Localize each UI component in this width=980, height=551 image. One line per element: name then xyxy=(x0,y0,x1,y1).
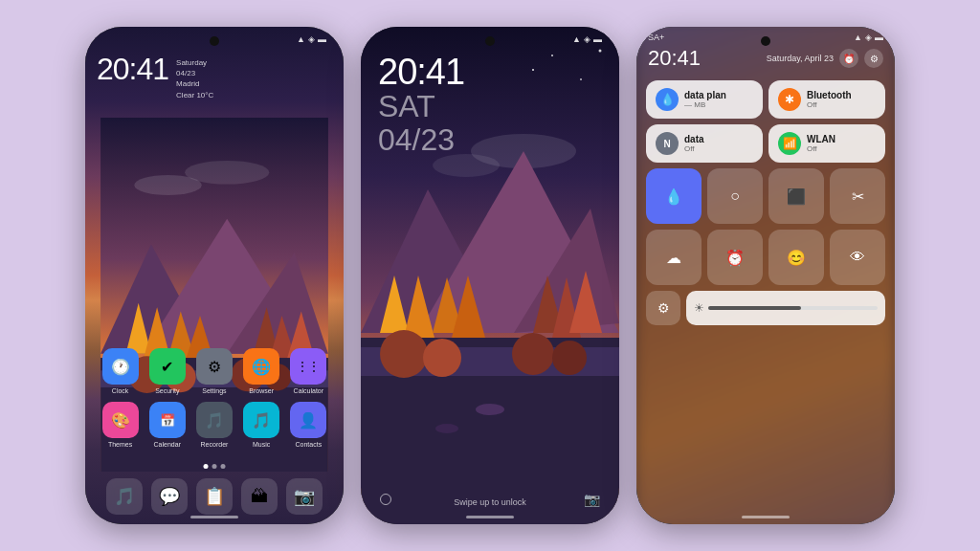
cc-btn-data-active[interactable]: 💧 xyxy=(646,168,702,224)
data-label: data xyxy=(684,134,704,144)
themes-label: Themes xyxy=(108,441,132,448)
svg-point-42 xyxy=(476,404,504,415)
cc-settings-icon[interactable]: ⚙ xyxy=(864,49,883,68)
wlan-label: WLAN xyxy=(807,134,835,144)
phone1-weather: Clear 10°C xyxy=(176,90,213,100)
phone3-battery-icon: ▬ xyxy=(875,33,883,42)
contacts-icon: 👤 xyxy=(290,402,326,438)
themes-icon: 🎨 xyxy=(102,402,139,438)
contacts-label: Contacts xyxy=(296,441,323,448)
bluetooth-sub: Off xyxy=(807,100,852,109)
cc-time: 20:41 xyxy=(648,46,701,71)
cc-tiles-row-1: 💧 data plan — MB ✱ Bluetooth Off xyxy=(646,80,885,119)
phone1-app-row-2: 🎨 Themes 📅 Calendar 🎵 Recorder 🎵 Music 👤 xyxy=(97,402,332,448)
app-contacts[interactable]: 👤 Contacts xyxy=(286,402,330,448)
cc-btn-location[interactable]: ○ xyxy=(707,168,763,224)
phone3-home-indicator xyxy=(742,516,790,518)
brightness-bar[interactable]: ☀ xyxy=(686,291,885,325)
lock-camera-icon[interactable]: 📷 xyxy=(584,492,600,507)
dock-camera[interactable]: 📷 xyxy=(286,478,323,515)
brightness-icon: ☀ xyxy=(694,301,704,315)
cc-date-icons: Saturday, April 23 ⏰ ⚙ xyxy=(767,49,883,68)
app-themes[interactable]: 🎨 Themes xyxy=(99,402,143,448)
signal-icon: ▲ xyxy=(297,34,305,44)
phone1-page-dots xyxy=(204,464,226,469)
app-calculator[interactable]: ⋮⋮ Calculator xyxy=(286,348,330,394)
cc-tiles-row-2: N data Off 📶 WLAN Off xyxy=(646,124,885,163)
cc-alarm-icon[interactable]: ⏰ xyxy=(839,49,858,68)
dot-2 xyxy=(212,464,217,469)
phone-2-lockscreen: ▲ ◈ ▬ 20:41 SAT 04/23 Swipe up to unlock… xyxy=(361,27,619,524)
cc-wlan-tile[interactable]: 📶 WLAN Off xyxy=(768,124,885,163)
cc-grid-row-1: 💧 ○ ⬛ ✂ xyxy=(646,168,885,224)
svg-point-23 xyxy=(599,50,602,53)
battery-icon: ▬ xyxy=(318,34,326,44)
swipe-hint: Swipe up to unlock xyxy=(454,497,526,507)
bluetooth-icon: ✱ xyxy=(778,88,801,111)
clock-label: Clock xyxy=(112,387,129,394)
cc-btn-crop[interactable]: ✂ xyxy=(830,168,885,224)
cc-btn-eye[interactable]: 👁 xyxy=(830,230,885,285)
phone1-app-grid: 🕐 Clock ✔ Security ⚙ Settings 🌐 Browser … xyxy=(85,348,344,448)
cc-btn-screen-record[interactable]: ⬛ xyxy=(768,168,824,224)
calculator-icon: ⋮⋮ xyxy=(290,348,326,385)
dock-gallery[interactable]: 🏔 xyxy=(241,478,278,515)
cc-bluetooth-tile[interactable]: ✱ Bluetooth Off xyxy=(768,80,885,119)
dock-files[interactable]: 📋 xyxy=(196,478,233,515)
cc-settings-btn[interactable]: ⚙ xyxy=(646,291,680,325)
cc-date: Saturday, April 23 xyxy=(767,54,834,63)
cc-data-tile[interactable]: N data Off xyxy=(646,124,763,163)
svg-point-2 xyxy=(185,161,269,185)
phone1-home-indicator xyxy=(190,516,238,518)
cc-btn-cloud[interactable]: ☁ xyxy=(646,230,702,285)
cc-data-plan-tile[interactable]: 💧 data plan — MB xyxy=(646,80,763,119)
bluetooth-label: Bluetooth xyxy=(807,90,852,100)
phone2-time: 20:41 xyxy=(378,54,464,90)
phone2-date: 04/23 xyxy=(378,123,464,157)
svg-point-25 xyxy=(433,154,500,177)
clock-icon: 🕐 xyxy=(102,348,139,385)
calendar-icon: 📅 xyxy=(149,402,186,438)
app-calendar[interactable]: 📅 Calendar xyxy=(145,402,189,448)
svg-point-22 xyxy=(532,69,534,71)
phone1-time: 20:41 xyxy=(97,54,168,84)
svg-point-43 xyxy=(435,424,458,433)
wlan-icon: 📶 xyxy=(778,132,801,155)
app-security[interactable]: ✔ Security xyxy=(145,348,189,394)
brightness-track xyxy=(708,306,878,310)
app-settings[interactable]: ⚙ Settings xyxy=(192,348,236,394)
browser-icon: 🌐 xyxy=(243,348,279,385)
calculator-label: Calculator xyxy=(294,387,324,394)
app-clock[interactable]: 🕐 Clock xyxy=(99,348,143,394)
security-icon: ✔ xyxy=(149,348,186,385)
app-music[interactable]: 🎵 Music xyxy=(239,402,283,448)
music-icon: 🎵 xyxy=(243,402,279,438)
phone3-carrier: SA+ xyxy=(648,33,664,42)
brightness-fill xyxy=(708,306,801,310)
app-browser[interactable]: 🌐 Browser xyxy=(239,348,283,394)
phone-1-homescreen: ▲ ◈ ▬ 20:41 Saturday 04/23 Madrid Clear … xyxy=(85,27,344,524)
wlan-sub: Off xyxy=(807,144,835,153)
svg-point-38 xyxy=(380,330,428,378)
svg-point-40 xyxy=(512,333,554,375)
control-center-panel: 20:41 Saturday, April 23 ⏰ ⚙ 💧 data plan… xyxy=(646,46,885,325)
recorder-icon: 🎵 xyxy=(196,402,233,438)
phone3-signal-icon: ▲ xyxy=(854,33,862,42)
phone2-battery-icon: ▬ xyxy=(593,34,602,44)
cc-btn-alarm[interactable]: ⏰ xyxy=(707,230,763,285)
dock-messages[interactable]: 💬 xyxy=(151,478,188,515)
cc-btn-face[interactable]: 😊 xyxy=(768,230,824,285)
svg-point-20 xyxy=(551,55,553,56)
phone2-clock: 20:41 SAT 04/23 xyxy=(378,54,464,157)
phone2-status-icons: ▲ ◈ ▬ xyxy=(572,34,602,44)
phone2-home-indicator xyxy=(466,516,514,518)
svg-point-21 xyxy=(580,78,582,80)
data-sub: Off xyxy=(684,144,704,153)
phone2-wifi-icon: ◈ xyxy=(584,34,590,44)
camera-notch xyxy=(210,36,219,46)
phone2-signal-icon: ▲ xyxy=(572,34,581,44)
app-recorder[interactable]: 🎵 Recorder xyxy=(192,402,236,448)
calendar-label: Calendar xyxy=(154,441,181,448)
dock-music[interactable]: 🎵 xyxy=(106,478,143,515)
dot-1 xyxy=(204,464,209,469)
